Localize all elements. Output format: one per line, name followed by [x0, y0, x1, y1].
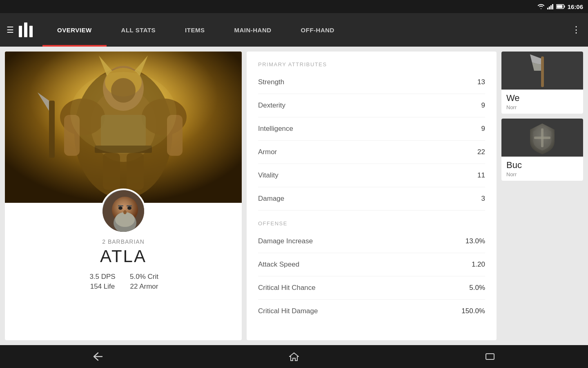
stat-value-crit-chance: 5.0%: [469, 284, 485, 292]
character-stats: 3.5 DPS 5.0% Crit 154 Life 22 Armor: [88, 273, 158, 291]
stat-label-damage-increase: Damage Increase: [258, 237, 313, 245]
nav-bar: ☰ OVERVIEW ALL STATS ITEMS MAIN-HAND OFF…: [0, 13, 588, 47]
svg-rect-41: [534, 137, 550, 139]
svg-rect-34: [118, 205, 123, 206]
home-button[interactable]: [282, 348, 306, 365]
svg-rect-36: [541, 56, 544, 87]
stat-value-strength: 13: [477, 78, 485, 86]
stat-dps: 3.5 DPS: [88, 273, 117, 281]
signal-icon: [547, 4, 554, 9]
svg-rect-2: [550, 5, 552, 9]
back-button[interactable]: [86, 348, 110, 365]
stat-row-armor: Armor 22: [258, 141, 485, 164]
nav-tabs: OVERVIEW ALL STATS ITEMS MAIN-HAND OFF-H…: [42, 13, 572, 47]
svg-rect-24: [49, 101, 55, 158]
attributes-panel: PRIMARY ATTRIBUTES Strength 13 Dexterity…: [247, 52, 497, 340]
svg-rect-3: [552, 4, 553, 9]
svg-rect-21: [127, 153, 144, 190]
nav-logo: [19, 22, 33, 37]
stat-label-strength: Strength: [258, 78, 284, 86]
stat-label-crit-chance: Critical Hit Chance: [258, 284, 316, 292]
stat-row-damage: Damage 3: [258, 187, 485, 211]
stat-value-armor: 22: [477, 148, 485, 156]
stat-value-attack-speed: 1.20: [472, 260, 485, 269]
weapon-name: We: [506, 93, 578, 103]
stat-row-attack-speed: Attack Speed 1.20: [258, 253, 485, 276]
stat-label-intelligence: Intelligence: [258, 125, 293, 133]
svg-rect-20: [103, 153, 120, 190]
svg-point-30: [115, 212, 135, 227]
hamburger-icon[interactable]: ☰: [7, 25, 14, 35]
primary-attributes-title: PRIMARY ATTRIBUTES: [258, 61, 485, 67]
weapon-image: [501, 52, 583, 90]
tab-offhand[interactable]: OFF-HAND: [286, 13, 349, 47]
stat-row-damage-increase: Damage Increase 13.0%: [258, 230, 485, 253]
svg-rect-6: [557, 5, 562, 8]
stat-armor: 22 Armor: [130, 283, 158, 291]
shield-image: [501, 119, 583, 157]
svg-point-26: [70, 72, 176, 154]
stat-row-dexterity: Dexterity 9: [258, 94, 485, 117]
avatar-svg: [102, 190, 146, 233]
tab-mainhand[interactable]: MAIN-HAND: [219, 13, 286, 47]
offense-title: OFFENSE: [258, 220, 485, 227]
stat-life: 154 Life: [88, 283, 117, 291]
more-options-icon[interactable]: ⋮: [572, 25, 581, 35]
stat-row-crit-damage: Critical Hit Damage 150.0%: [258, 300, 485, 323]
tab-overview[interactable]: OVERVIEW: [42, 13, 107, 47]
stat-row-intelligence: Intelligence 9: [258, 117, 485, 141]
stat-value-dexterity: 9: [481, 101, 485, 110]
home-icon: [289, 352, 299, 361]
wifi-icon: [537, 4, 545, 9]
svg-rect-35: [127, 205, 132, 206]
shield-type: Norr: [506, 171, 578, 177]
weapon-axe-svg: [526, 52, 559, 89]
stat-value-crit-damage: 150.0%: [461, 307, 485, 315]
equipment-panel: We Norr: [501, 52, 583, 340]
stat-value-intelligence: 9: [481, 125, 485, 133]
stat-row-strength: Strength 13: [258, 71, 485, 94]
character-card: 2 BARBARIAN ATLA 3.5 DPS 5.0% Crit 154 L…: [5, 52, 242, 340]
shield-svg: [526, 119, 559, 156]
svg-point-31: [118, 206, 122, 210]
svg-point-33: [123, 210, 127, 214]
recents-button[interactable]: [478, 348, 502, 365]
back-icon: [92, 352, 104, 361]
main-content: 2 BARBARIAN ATLA 3.5 DPS 5.0% Crit 154 L…: [0, 47, 588, 345]
svg-marker-38: [530, 54, 541, 65]
stat-label-armor: Armor: [258, 148, 277, 156]
stat-value-damage: 3: [481, 195, 485, 203]
battery-icon: [556, 4, 565, 9]
logo-bars: [19, 22, 33, 37]
stat-label-crit-damage: Critical Hit Damage: [258, 307, 318, 315]
weapon-type: Norr: [506, 104, 578, 110]
tab-items[interactable]: ITEMS: [170, 13, 219, 47]
status-icons: 16:06: [537, 3, 583, 10]
stat-label-damage: Damage: [258, 195, 284, 203]
logo-bar-1: [19, 26, 22, 37]
shield-name: Buc: [506, 160, 578, 171]
logo-bar-2: [24, 22, 27, 37]
logo-bar-3: [29, 26, 33, 37]
svg-rect-5: [564, 6, 565, 8]
weapon-name-area: We Norr: [501, 90, 583, 114]
stat-label-attack-speed: Attack Speed: [258, 260, 299, 269]
stat-value-damage-increase: 13.0%: [466, 237, 485, 245]
stat-label-vitality: Vitality: [258, 171, 278, 180]
stat-label-dexterity: Dexterity: [258, 101, 285, 110]
bottom-nav: [0, 345, 588, 368]
stat-row-vitality: Vitality 11: [258, 164, 485, 187]
shield-name-area: Buc Norr: [501, 157, 583, 181]
character-class: 2 BARBARIAN: [102, 238, 145, 245]
recents-icon: [485, 352, 495, 361]
status-bar: 16:06: [0, 0, 588, 13]
stat-row-crit-chance: Critical Hit Chance 5.0%: [258, 276, 485, 300]
tab-allstats[interactable]: ALL STATS: [107, 13, 171, 47]
svg-point-32: [127, 206, 131, 210]
status-time: 16:06: [568, 3, 583, 10]
character-art: [5, 52, 242, 203]
equipment-card-weapon[interactable]: We Norr: [501, 52, 583, 114]
stat-value-vitality: 11: [477, 171, 485, 180]
equipment-card-shield[interactable]: Buc Norr: [501, 119, 583, 181]
character-avatar: [101, 188, 146, 233]
